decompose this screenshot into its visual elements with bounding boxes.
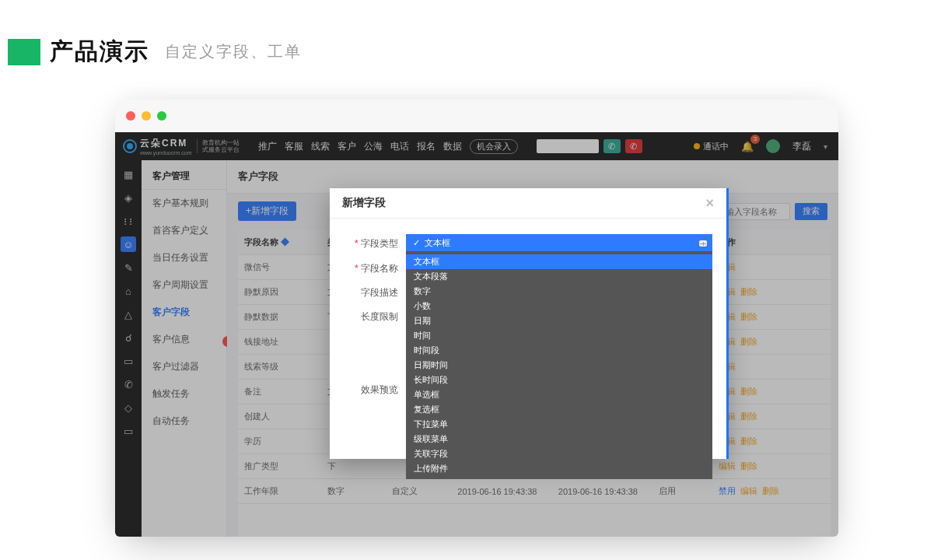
rail-shield-icon[interactable]: ◈ bbox=[121, 190, 136, 205]
nav-item[interactable]: 电话 bbox=[390, 140, 409, 153]
field-type-select[interactable]: ✓文本框 bbox=[406, 234, 712, 251]
delete-link[interactable]: 删除 bbox=[740, 387, 757, 396]
window-close-dot[interactable] bbox=[126, 111, 135, 121]
user-name[interactable]: 李磊 bbox=[792, 140, 811, 153]
nav-item[interactable]: 客户 bbox=[338, 140, 356, 153]
sidebar-item[interactable]: 客户周期设置 bbox=[142, 271, 226, 299]
brand-logo-icon bbox=[123, 139, 137, 153]
call-status: 通话中 bbox=[694, 141, 729, 152]
sidebar-item[interactable]: 触发任务 bbox=[142, 380, 226, 408]
delete-link[interactable]: 删除 bbox=[740, 287, 757, 296]
rail-draft-icon[interactable]: ✎ bbox=[121, 260, 136, 275]
rail-phone-icon[interactable]: ✆ bbox=[121, 376, 136, 392]
dropdown-option[interactable]: 复选框 bbox=[406, 402, 712, 417]
notification-badge: 3 bbox=[750, 135, 760, 144]
chevron-down-icon[interactable]: ▾ bbox=[824, 142, 827, 151]
dropdown-option[interactable]: 文本框 bbox=[406, 254, 712, 269]
actions-cell: 编辑删除 bbox=[712, 380, 831, 404]
actions-cell: 编辑删除 bbox=[712, 305, 831, 330]
brand[interactable]: 云朵CRM www.yunduocrm.com 教育机构一站 式服务云平台 bbox=[115, 132, 247, 160]
sidebar-item[interactable]: 自动任务 bbox=[142, 408, 226, 435]
sidebar-item[interactable]: 客户基本规则 bbox=[142, 190, 226, 217]
actions-cell: 编辑删除 bbox=[712, 330, 831, 355]
rail-doc-icon[interactable]: ▭ bbox=[121, 353, 136, 369]
delete-link[interactable]: 删除 bbox=[740, 312, 757, 321]
nav-item[interactable]: 报名 bbox=[417, 140, 436, 153]
delete-link[interactable]: 删除 bbox=[740, 411, 757, 421]
opportunity-entry-button[interactable]: 机会录入 bbox=[470, 139, 518, 154]
dropdown-option[interactable]: 文本段落 bbox=[406, 269, 712, 284]
col-actions[interactable]: 操作 bbox=[712, 230, 831, 255]
dropdown-option[interactable]: 上传附件 bbox=[406, 461, 712, 476]
avatar[interactable] bbox=[766, 139, 780, 153]
call-hangup-button[interactable]: ✆ bbox=[625, 139, 642, 153]
top-search-input[interactable] bbox=[537, 139, 599, 153]
dropdown-option[interactable]: 数字 bbox=[406, 284, 712, 299]
nav-item[interactable]: 推广 bbox=[258, 140, 277, 153]
dropdown-option[interactable]: 单选框 bbox=[406, 387, 712, 402]
dropdown-option[interactable]: 时间段 bbox=[406, 343, 712, 358]
nav-item[interactable]: 线索 bbox=[311, 140, 330, 153]
edit-link[interactable]: 编辑 bbox=[740, 486, 757, 495]
page-title: 产品演示 bbox=[50, 36, 149, 68]
dropdown-option[interactable]: 关联字段 bbox=[406, 446, 712, 461]
close-icon[interactable]: × bbox=[705, 198, 714, 208]
cell: 线索等级 bbox=[238, 355, 321, 380]
rail-grid-icon[interactable]: ▦ bbox=[121, 166, 136, 182]
dropdown-option[interactable]: 时间 bbox=[406, 328, 712, 343]
edit-link[interactable]: 编辑 bbox=[719, 461, 736, 471]
page-subtitle: 自定义字段、工单 bbox=[165, 41, 302, 62]
rail-flag-icon[interactable]: △ bbox=[121, 306, 136, 322]
actions-cell: 编辑删除 bbox=[712, 454, 831, 479]
actions-cell: 编辑 bbox=[712, 355, 831, 380]
dropdown-option[interactable]: 日期 bbox=[406, 313, 712, 328]
sidebar-item[interactable]: 客户信息 bbox=[142, 326, 226, 353]
rail-card-icon[interactable]: ▭ bbox=[121, 423, 136, 439]
dropdown-option[interactable]: 日期时间 bbox=[406, 358, 712, 373]
delete-link[interactable]: 删除 bbox=[740, 436, 757, 446]
window-min-dot[interactable] bbox=[142, 111, 151, 121]
cell: 创建人 bbox=[238, 404, 321, 429]
cell: 静默原因 bbox=[238, 280, 321, 305]
cell: 微信号 bbox=[238, 255, 321, 280]
sort-icon[interactable]: ◆ bbox=[281, 237, 289, 247]
rail-chart-icon[interactable]: ⫶⫶ bbox=[121, 213, 136, 229]
cell: 静默数据 bbox=[238, 305, 321, 330]
col-name[interactable]: 字段名称 ◆ bbox=[238, 230, 321, 255]
brand-host: www.yunduocrm.com bbox=[140, 150, 192, 156]
search-button[interactable]: 搜索 bbox=[795, 203, 827, 220]
sidebar-item[interactable]: 当日任务设置 bbox=[142, 244, 226, 271]
rail-user-icon[interactable]: ☺ bbox=[121, 236, 136, 252]
table-row: 工作年限数字自定义2019-06-16 19:43:382019-06-16 1… bbox=[238, 479, 831, 504]
delete-link[interactable]: 删除 bbox=[740, 337, 757, 346]
check-icon: ✓ bbox=[413, 238, 420, 248]
nav-item[interactable]: 客服 bbox=[285, 140, 303, 153]
label-field-name: 字段名称 bbox=[344, 259, 406, 275]
sidebar-item[interactable]: 客户过滤器 bbox=[142, 353, 226, 380]
dropdown-option[interactable]: 级联菜单 bbox=[406, 432, 712, 446]
delete-link[interactable]: 删除 bbox=[740, 461, 757, 471]
field-type-dropdown[interactable]: 文本框文本段落数字小数日期时间时间段日期时间长时间段单选框复选框下拉菜单级联菜单… bbox=[406, 251, 712, 479]
nav-item[interactable]: 公海 bbox=[364, 140, 383, 153]
nav-item[interactable]: 数据 bbox=[443, 140, 462, 153]
delete-link[interactable]: 删除 bbox=[762, 486, 779, 495]
add-field-button[interactable]: +新增字段 bbox=[238, 201, 296, 221]
brand-sub: 教育机构一站 式服务云平台 bbox=[197, 139, 240, 153]
dropdown-option[interactable]: 小数 bbox=[406, 299, 712, 313]
field-search-input[interactable] bbox=[720, 203, 790, 220]
sidebar-item[interactable]: 首咨客户定义 bbox=[142, 217, 226, 244]
call-answer-button[interactable]: ✆ bbox=[603, 139, 621, 153]
dropdown-option[interactable]: 长时间段 bbox=[406, 373, 712, 387]
dropdown-option[interactable]: 下拉菜单 bbox=[406, 417, 712, 432]
cell: 钱接地址 bbox=[238, 330, 321, 355]
window-max-dot[interactable] bbox=[157, 111, 166, 121]
rail-tag-icon[interactable]: ◇ bbox=[121, 400, 136, 415]
disable-link[interactable]: 禁用 bbox=[719, 486, 736, 495]
bell-icon[interactable]: 🔔3 bbox=[741, 141, 754, 152]
sidebar-item-active[interactable]: 客户字段 bbox=[142, 299, 226, 326]
sidebar-title: 客户管理 bbox=[142, 160, 226, 190]
label-field-limit: 长度限制 bbox=[344, 307, 406, 324]
modal-title: 新增字段 bbox=[342, 196, 386, 210]
rail-search-icon[interactable]: ☌ bbox=[121, 330, 136, 345]
rail-home-icon[interactable]: ⌂ bbox=[121, 283, 136, 299]
